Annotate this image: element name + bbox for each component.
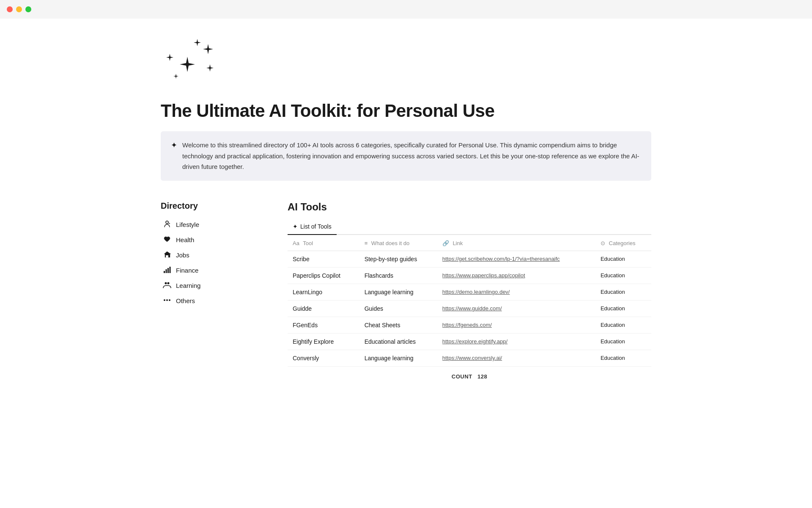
col-categories-header: ⊙ Categories: [595, 235, 651, 251]
tool-description-cell: Cheat Sheets: [359, 317, 437, 333]
others-icon: [162, 296, 172, 306]
finance-icon: [162, 266, 172, 275]
table-row: GuiddeGuideshttps://www.guidde.com/Educa…: [288, 300, 651, 317]
svg-rect-1: [166, 255, 168, 257]
table-row: ScribeStep-by-step guideshttps://get.scr…: [288, 251, 651, 267]
lifestyle-icon: [162, 220, 172, 229]
tool-name-cell: LearnLingo: [288, 284, 359, 300]
close-button[interactable]: [7, 6, 13, 12]
tool-description-cell: Language learning: [359, 284, 437, 300]
tool-name-cell: Eightify Explore: [288, 333, 359, 350]
tool-description-cell: Language learning: [359, 350, 437, 366]
sidebar-item-health[interactable]: Health: [161, 233, 262, 247]
svg-rect-2: [164, 271, 165, 273]
svg-point-7: [167, 282, 170, 284]
sidebar-item-learning[interactable]: Learning: [161, 279, 262, 293]
tool-name-cell: Guidde: [288, 300, 359, 317]
tools-table: Aa Tool ≡ What does it do 🔗 Link ⊙: [288, 235, 651, 367]
sidebar-lifestyle-label: Lifestyle: [176, 221, 199, 228]
sidebar-others-label: Others: [176, 297, 195, 304]
menu-icon: ≡: [365, 240, 368, 246]
tool-category-cell: Education: [595, 317, 651, 333]
tool-category-cell: Education: [595, 267, 651, 284]
tab-list-label: List of Tools: [300, 223, 332, 230]
svg-rect-3: [166, 269, 167, 273]
count-value: 128: [477, 373, 487, 380]
tool-category-cell: Education: [595, 300, 651, 317]
table-row: Eightify ExploreEducational articleshttp…: [288, 333, 651, 350]
svg-point-9: [166, 299, 168, 301]
tab-list-icon: ✦: [293, 223, 298, 230]
count-label: COUNT: [452, 373, 472, 380]
sidebar-health-label: Health: [176, 236, 194, 243]
sidebar-jobs-label: Jobs: [176, 251, 189, 259]
sidebar-item-finance[interactable]: Finance: [161, 263, 262, 278]
tools-tabs: ✦ List of Tools: [288, 220, 651, 235]
tool-name-cell: Paperclips Copilot: [288, 267, 359, 284]
tool-category-cell: Education: [595, 333, 651, 350]
svg-point-8: [164, 299, 165, 301]
col-tool-header: Aa Tool: [288, 235, 359, 251]
aa-icon: Aa: [293, 240, 299, 246]
health-icon: [162, 235, 172, 245]
tool-link-cell[interactable]: https://explore.eightify.app/: [437, 333, 595, 350]
count-bar: COUNT 128: [288, 373, 651, 380]
circle-icon: ⊙: [601, 240, 605, 246]
col-link-header: 🔗 Link: [437, 235, 595, 251]
svg-rect-5: [170, 267, 171, 273]
tool-description-cell: Educational articles: [359, 333, 437, 350]
svg-point-6: [165, 282, 167, 284]
tool-link-cell[interactable]: https://www.conversly.ai/: [437, 350, 595, 366]
col-description-header: ≡ What does it do: [359, 235, 437, 251]
sidebar-learning-label: Learning: [176, 282, 200, 289]
link-icon: 🔗: [442, 240, 449, 246]
svg-point-10: [169, 299, 170, 301]
tool-link-cell[interactable]: https://get.scribehow.com/lp-1/?via=ther…: [437, 251, 595, 267]
titlebar: [0, 0, 812, 19]
page-title: The Ultimate AI Toolkit: for Personal Us…: [161, 101, 651, 121]
info-box: ✦ Welcome to this streamlined directory …: [161, 131, 651, 181]
main-layout: Directory Lifestyle Health: [161, 201, 651, 380]
tool-name-cell: Scribe: [288, 251, 359, 267]
sidebar-item-lifestyle[interactable]: Lifestyle: [161, 218, 262, 232]
tool-name-cell: FGenEds: [288, 317, 359, 333]
tool-link-cell[interactable]: https://www.guidde.com/: [437, 300, 595, 317]
tool-link-cell[interactable]: https://www.paperclips.app/copilot: [437, 267, 595, 284]
main-content: The Ultimate AI Toolkit: for Personal Us…: [127, 19, 685, 414]
minimize-button[interactable]: [16, 6, 22, 12]
sidebar-finance-label: Finance: [176, 267, 198, 274]
tool-category-cell: Education: [595, 284, 651, 300]
sidebar: Directory Lifestyle Health: [161, 201, 262, 309]
tool-name-cell: Conversly: [288, 350, 359, 366]
tool-category-cell: Education: [595, 251, 651, 267]
tool-description-cell: Guides: [359, 300, 437, 317]
hero-icon: [161, 36, 220, 91]
svg-point-0: [166, 221, 168, 224]
sidebar-item-jobs[interactable]: Jobs: [161, 248, 262, 262]
table-row: ConverslyLanguage learninghttps://www.co…: [288, 350, 651, 366]
tool-description-cell: Step-by-step guides: [359, 251, 437, 267]
tool-description-cell: Flashcards: [359, 267, 437, 284]
tab-list-of-tools[interactable]: ✦ List of Tools: [288, 220, 337, 235]
table-row: LearnLingoLanguage learninghttps://demo.…: [288, 284, 651, 300]
jobs-icon: [162, 251, 172, 260]
directory-title: Directory: [161, 201, 262, 211]
info-description: Welcome to this streamlined directory of…: [182, 140, 641, 172]
ai-tools-section: AI Tools ✦ List of Tools Aa Tool: [288, 201, 651, 380]
table-row: Paperclips CopilotFlashcardshttps://www.…: [288, 267, 651, 284]
tool-link-cell[interactable]: https://fgeneds.com/: [437, 317, 595, 333]
learning-icon: [162, 281, 172, 290]
tool-link-cell[interactable]: https://demo.learnlingo.dev/: [437, 284, 595, 300]
table-row: FGenEdsCheat Sheetshttps://fgeneds.com/E…: [288, 317, 651, 333]
sidebar-item-others[interactable]: Others: [161, 294, 262, 308]
svg-rect-4: [167, 268, 169, 273]
table-header-row: Aa Tool ≡ What does it do 🔗 Link ⊙: [288, 235, 651, 251]
maximize-button[interactable]: [25, 6, 31, 12]
tool-category-cell: Education: [595, 350, 651, 366]
info-icon: ✦: [171, 141, 177, 150]
ai-tools-title: AI Tools: [288, 201, 651, 213]
